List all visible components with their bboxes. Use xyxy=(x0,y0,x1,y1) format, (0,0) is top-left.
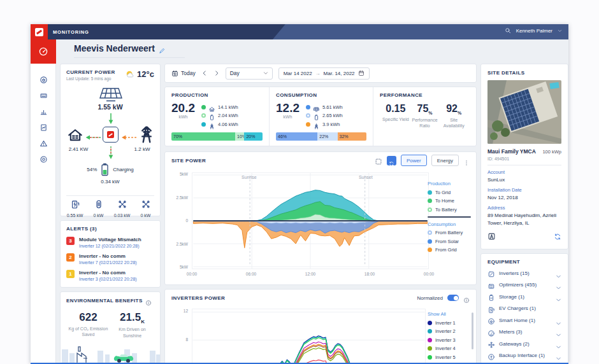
sidebar-item-dashboard[interactable] xyxy=(31,39,56,64)
sunset-label: Sunset xyxy=(359,175,373,179)
chevron-down-icon[interactable] xyxy=(556,353,561,358)
backup-interface-icon xyxy=(487,352,495,360)
energy-tab[interactable]: Energy xyxy=(431,155,459,166)
info-icon[interactable] xyxy=(145,297,152,304)
layout-grid-icon[interactable] xyxy=(375,157,382,164)
legend-item[interactable]: To Home xyxy=(428,198,471,204)
legend-item[interactable]: Inverter 3 xyxy=(428,337,467,343)
y-axis-label: 8 xyxy=(169,337,188,342)
normalized-label: Normalized xyxy=(417,295,443,301)
account-label: Account xyxy=(487,169,561,175)
user-menu[interactable]: Kenneth Palmer xyxy=(516,28,552,34)
date-from: Mar 14 2022 xyxy=(284,71,312,76)
chevron-down-icon[interactable] xyxy=(556,282,561,288)
device-value: 0 kW xyxy=(87,213,110,218)
sidebar-item-layout[interactable] xyxy=(31,87,56,103)
power-flow-diagram: 1.55 kW 2.41 KW 1.2 kW 54% Charging 0.34… xyxy=(61,87,160,193)
equipment-row[interactable]: Storage (1) xyxy=(481,291,568,303)
equipment-row[interactable]: Inverters (15) xyxy=(481,267,568,279)
consumption-breakdown: 5.61 kWh2.65 kWh3.9 kWh xyxy=(306,102,343,129)
consumption-row: 5.61 kWh xyxy=(306,104,343,111)
date-range-picker[interactable]: Mar 14 2022 → Mar. 14, 2022 xyxy=(278,67,370,80)
performance-title: PERFORMANCE xyxy=(380,92,470,98)
equipment-row[interactable]: Optimizers (455) xyxy=(481,279,568,291)
legend-dot xyxy=(428,338,432,342)
sidebar-item-site[interactable] xyxy=(31,71,56,87)
sidebar xyxy=(31,39,56,364)
smart-device-icon xyxy=(117,199,127,209)
equipment-row[interactable]: EV Chargers (1) xyxy=(481,303,568,315)
device-power-row: 0.55 kW0 kW0.03 kW0 kW xyxy=(63,199,157,218)
edit-title-icon[interactable] xyxy=(159,45,166,52)
equipment-row[interactable]: Backup Interface (1) xyxy=(481,350,568,362)
equipment-row[interactable]: Smart Home (1) xyxy=(481,314,568,326)
alert-row[interactable]: 3Module Voltage MismatchInverter 12 (02/… xyxy=(66,237,154,248)
performance-metric: 92%Site Availability xyxy=(439,103,468,129)
chevron-down-icon[interactable] xyxy=(556,294,561,300)
chevron-down-icon[interactable] xyxy=(556,329,561,335)
solaredge-logo[interactable] xyxy=(31,24,48,39)
sidebar-item-settings[interactable] xyxy=(31,151,56,167)
site-id: ID: 494501 xyxy=(487,157,561,165)
legend-item[interactable]: Inverter 4 xyxy=(428,346,467,351)
legend-item[interactable]: From Grid xyxy=(428,247,471,253)
legend-item[interactable]: To Grid xyxy=(428,190,471,195)
show-all-link[interactable]: Show All xyxy=(428,311,467,317)
km-suffix: K xyxy=(141,319,145,325)
legend-item[interactable]: Inverter 1 xyxy=(428,320,467,326)
bar-segment: 46% xyxy=(276,132,317,141)
sidebar-item-reports[interactable] xyxy=(31,119,56,135)
consumption-summary: CONSUMPTION 12.2kWh 5.61 kWh2.65 kWh3.9 … xyxy=(269,87,373,146)
legend-item[interactable]: To Battery xyxy=(428,207,471,213)
calendar-refresh-icon xyxy=(171,70,178,77)
date-toolbar: Today Day Mar 14 2022 → Mar. 14, 2022 xyxy=(164,64,477,83)
consumption-value: 12.2 xyxy=(276,101,300,115)
next-day-button[interactable] xyxy=(213,70,220,76)
sidebar-item-alerts[interactable] xyxy=(31,135,56,151)
legend-item[interactable]: From Solar xyxy=(428,239,471,244)
alert-row[interactable]: 1Inverter - No commInverter 3 (02/21/202… xyxy=(66,270,154,281)
legend-label: Inverter 4 xyxy=(435,346,456,351)
power-tab[interactable]: Power xyxy=(401,155,427,166)
y-axis-label: 0 xyxy=(169,218,188,223)
period-select[interactable]: Day xyxy=(226,67,273,80)
production-row: 4.06 kWh xyxy=(201,121,238,128)
legend-item[interactable]: Inverter 2 xyxy=(428,328,467,334)
chevron-down-icon[interactable] xyxy=(556,341,561,347)
performance-summary: PERFORMANCE 0.15Specific Yield75%Perform… xyxy=(373,87,476,146)
site-photo xyxy=(487,80,561,144)
kebab-menu-icon[interactable] xyxy=(463,157,470,164)
alert-text: Inverter - No commInverter 7 (02/21/2022… xyxy=(79,253,137,265)
legend-item[interactable]: Inverter 5 xyxy=(428,354,467,360)
alerts-title: ALERTS (3) xyxy=(66,226,154,232)
solar-power-value: 1.55 kW xyxy=(61,103,160,111)
today-button[interactable]: Today xyxy=(171,70,196,77)
production-breakdown: 14.1 kWh2.04 kWh4.06 kWh xyxy=(201,102,238,129)
chevron-down-icon[interactable] xyxy=(556,270,561,276)
metric-label: Specific Yield xyxy=(381,116,410,122)
info-icon[interactable] xyxy=(463,295,470,301)
legend-scrollbar[interactable] xyxy=(472,312,473,349)
sidebar-item-charts[interactable] xyxy=(31,103,56,119)
chevron-down-icon[interactable] xyxy=(558,29,562,33)
legend-item[interactable]: From Battery xyxy=(428,230,471,235)
alert-row[interactable]: 2Inverter - No commInverter 7 (02/21/202… xyxy=(66,253,154,265)
pylon-icon xyxy=(208,121,215,128)
search-icon[interactable] xyxy=(505,27,511,34)
legend-dot xyxy=(428,207,432,212)
equipment-row[interactable]: Meters (3) xyxy=(481,326,568,339)
metric-label: Site Availability xyxy=(439,117,468,129)
refresh-icon[interactable] xyxy=(554,232,561,239)
legend-label: From Solar xyxy=(435,239,459,244)
x-axis-label: 06:00 xyxy=(246,272,256,276)
chevron-down-icon[interactable] xyxy=(556,318,561,323)
layout-letter-icon[interactable] xyxy=(487,232,496,240)
production-title: PRODUCTION xyxy=(171,92,263,98)
legend-label: Inverter 5 xyxy=(435,354,456,360)
sync-icon[interactable] xyxy=(387,156,396,165)
legend-dot xyxy=(201,105,206,109)
equipment-row[interactable]: Gateways (2) xyxy=(481,338,568,350)
bar-segment: 20% xyxy=(244,132,263,141)
normalized-toggle[interactable] xyxy=(447,295,459,301)
prev-day-button[interactable] xyxy=(201,70,208,76)
